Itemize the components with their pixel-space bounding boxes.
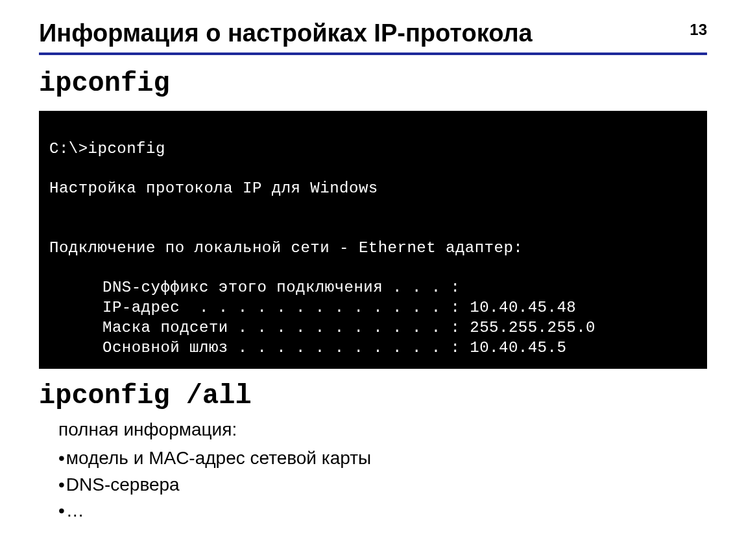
terminal-blank: [49, 218, 697, 238]
command-heading-ipconfig: ipconfig: [39, 68, 707, 99]
terminal-blank: [49, 258, 697, 277]
bullet-dot-icon: •: [58, 472, 65, 498]
bullet-text: DNS-сервера: [66, 472, 180, 498]
command-heading-ipconfig-all: ipconfig /all: [39, 380, 707, 412]
terminal-line-adapter: Подключение по локальной сети - Ethernet…: [49, 238, 697, 258]
terminal-ip-address: IP-адрес . . . . . . . . . . . . . : 10.…: [49, 298, 697, 318]
bullet-item-2: • DNS-сервера: [58, 472, 707, 498]
terminal-default-gateway: Основной шлюз . . . . . . . . . . . : 10…: [49, 338, 697, 358]
bullet-text: …: [66, 498, 84, 524]
info-intro: полная информация:: [58, 417, 707, 443]
terminal-output: C:\>ipconfigНастройка протокола IP для W…: [39, 111, 707, 369]
terminal-dns-suffix: DNS-суффикс этого подключения . . . :: [49, 277, 697, 298]
terminal-line-header: Настройка протокола IP для Windows: [49, 178, 697, 198]
bullet-item-3: • …: [58, 498, 707, 524]
terminal-prompt-line: C:\>ipconfig: [49, 139, 697, 159]
bullet-text: модель и MAC-адрес сетевой карты: [66, 445, 371, 472]
slide-title: Информация о настройках IP-протокола: [39, 19, 533, 47]
header-row: Информация о настройках IP-протокола 13: [39, 19, 707, 55]
terminal-subnet-mask: Маска подсети . . . . . . . . . . . : 25…: [49, 318, 697, 338]
bullet-dot-icon: •: [58, 498, 65, 524]
page-number: 13: [690, 21, 707, 39]
bullet-item-1: • модель и MAC-адрес сетевой карты: [58, 445, 707, 472]
info-list: полная информация: • модель и MAC-адрес …: [39, 417, 707, 524]
bullet-dot-icon: •: [58, 445, 65, 472]
terminal-blank: [49, 199, 697, 218]
terminal-blank: [49, 159, 697, 178]
